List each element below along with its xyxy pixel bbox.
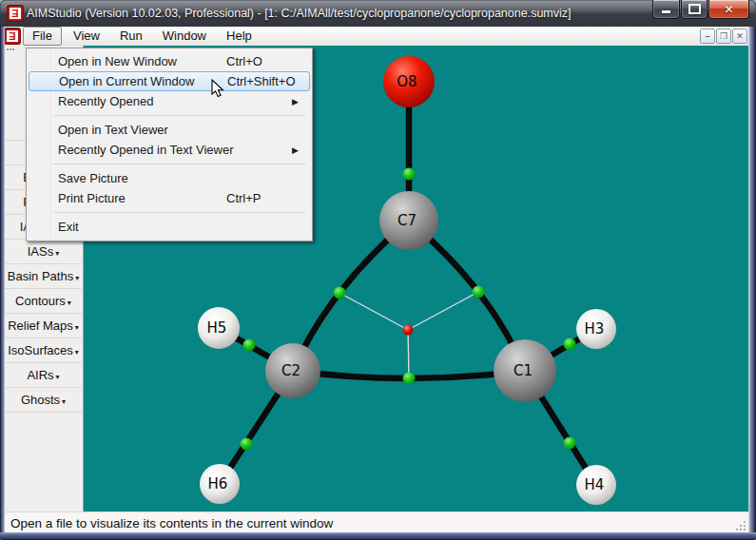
menu-item-recently-opened[interactable]: Recently Opened▶ — [27, 91, 312, 111]
menu-file[interactable]: File — [23, 27, 62, 46]
menu-item-open-in-new-window[interactable]: Open in New WindowCtrl+O — [27, 51, 312, 71]
app-icon[interactable]: Ǝ — [8, 6, 23, 21]
dropdown-arrow-icon: ▾ — [62, 397, 66, 406]
ring-path-2 — [408, 330, 409, 378]
minimize-icon — [662, 10, 670, 13]
sidebar-item-ghosts[interactable]: Ghosts▾ — [5, 388, 82, 413]
bond-critical-point-7 — [564, 437, 576, 450]
menu-item-open-in-current-window[interactable]: Open in Current WindowCtrl+Shift+O — [29, 71, 310, 91]
title-bar[interactable]: Ǝ AIMStudio (Version 10.02.03, Professio… — [0, 0, 756, 28]
sidebar-item-basin-paths[interactable]: Basin Paths▾ — [5, 264, 82, 289]
dropdown-arrow-icon: ▾ — [55, 249, 59, 258]
menu-item-open-in-text-viewer[interactable]: Open in Text Viewer — [27, 120, 312, 140]
close-button[interactable]: ✕ — [708, 0, 749, 19]
mdi-close-button[interactable]: ✕ — [732, 29, 747, 44]
atom-label-H4: H4 — [585, 476, 605, 493]
menu-separator — [27, 160, 312, 168]
menu-view[interactable]: View — [65, 28, 108, 45]
menu-item-recently-opened-in-text-viewer[interactable]: Recently Opened in Text Viewer▶ — [27, 140, 312, 160]
bond-critical-point-3 — [403, 373, 416, 385]
status-message: Open a file to visualize its contents in… — [10, 516, 333, 530]
file-menu-popup: Open in New WindowCtrl+O Open in Current… — [26, 48, 313, 241]
dropdown-arrow-icon: ▾ — [75, 348, 79, 357]
atom-label-H3: H3 — [585, 320, 605, 338]
menu-window[interactable]: Window — [154, 28, 215, 45]
sidebar-item-contours[interactable]: Contours▾ — [5, 289, 82, 314]
window-title: AIMStudio (Version 10.02.03, Professiona… — [27, 7, 572, 20]
atom-label-O8: O8 — [397, 73, 417, 90]
menu-separator — [27, 111, 312, 120]
dropdown-arrow-icon: ▾ — [75, 323, 79, 332]
atom-label-C2: C2 — [281, 362, 300, 379]
dropdown-arrow-icon: ▾ — [56, 373, 60, 381]
menu-item-save-picture[interactable]: Save Picture — [27, 168, 312, 188]
mdi-restore-button[interactable]: ❐ — [716, 29, 731, 44]
dropdown-arrow-icon: ▾ — [68, 299, 71, 307]
bond-critical-point-0 — [403, 168, 416, 181]
atom-label-H5: H5 — [207, 319, 227, 337]
window-border-left — [0, 27, 5, 540]
submenu-arrow-icon: ▶ — [292, 141, 299, 161]
mdi-app-icon[interactable]: Ǝ — [5, 29, 20, 44]
sidebar-item-airs[interactable]: AIRs▾ — [5, 363, 82, 388]
sidebar-item-iass[interactable]: IASs▾ — [5, 240, 82, 264]
ring-path-0 — [339, 293, 408, 330]
aimstudio-window: Ǝ AIMStudio (Version 10.02.03, Professio… — [0, 0, 756, 540]
atom-label-H6: H6 — [208, 475, 228, 492]
maximize-icon — [688, 4, 701, 14]
window-border-bottom — [0, 532, 756, 540]
dropdown-arrow-icon: ▾ — [75, 274, 79, 282]
bond-critical-point-6 — [564, 338, 576, 351]
status-bar: Open a file to visualize its contents in… — [5, 511, 748, 533]
bond-critical-point-2 — [473, 286, 485, 299]
sidebar-item-relief-maps[interactable]: Relief Maps▾ — [5, 314, 82, 338]
close-icon: ✕ — [724, 3, 733, 16]
resize-grip[interactable] — [734, 519, 746, 530]
mdi-minimize-button[interactable]: – — [700, 29, 715, 44]
atom-label-C1: C1 — [514, 362, 533, 379]
toolbar-grip[interactable] — [7, 48, 16, 51]
bond-critical-point-4 — [243, 339, 256, 352]
maximize-button[interactable] — [681, 0, 708, 19]
ring-critical-point — [403, 325, 414, 336]
ring-path-1 — [408, 292, 478, 330]
bond-critical-point-1 — [334, 287, 346, 299]
menu-bar: Ǝ File View Run Window Help – ❐ ✕ — [5, 27, 748, 47]
submenu-arrow-icon: ▶ — [292, 92, 299, 112]
atom-label-C7: C7 — [397, 212, 417, 229]
app-icon-glyph: Ǝ — [11, 8, 18, 19]
window-border-right — [748, 27, 756, 540]
mdi-app-icon-glyph: Ǝ — [9, 30, 15, 42]
minimize-button[interactable] — [652, 0, 680, 19]
bond-critical-point-5 — [241, 438, 253, 451]
menu-run[interactable]: Run — [111, 28, 151, 45]
menu-help[interactable]: Help — [218, 28, 261, 45]
menu-item-print-picture[interactable]: Print PictureCtrl+P — [27, 188, 312, 208]
mouse-cursor — [211, 79, 226, 99]
sidebar-item-isosurfaces[interactable]: IsoSurfaces▾ — [5, 338, 82, 363]
menu-separator — [27, 208, 312, 217]
menu-item-exit[interactable]: Exit — [27, 217, 312, 237]
